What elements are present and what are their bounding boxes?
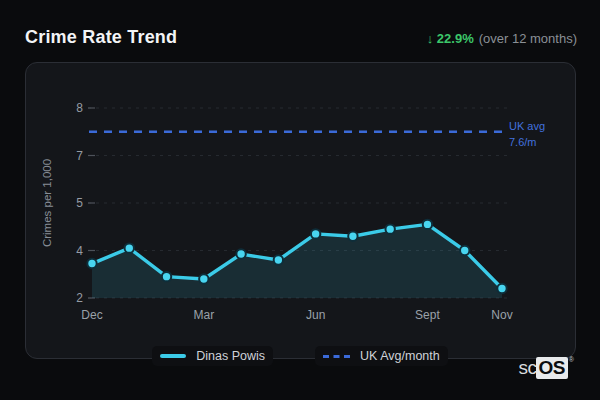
- y-tick-label: 7: [76, 149, 83, 163]
- data-point[interactable]: [199, 274, 208, 283]
- registered-mark-icon: ®: [569, 356, 574, 363]
- x-tick-label: Jun: [306, 308, 325, 322]
- scos-logo: scOS®: [518, 357, 574, 379]
- data-point[interactable]: [348, 232, 357, 241]
- uk-avg-value-label: 7.6/m: [509, 136, 537, 148]
- data-point[interactable]: [125, 243, 134, 252]
- page-title: Crime Rate Trend: [25, 27, 177, 48]
- legend-item-uk-avg[interactable]: UK Avg/month: [315, 346, 448, 366]
- data-point[interactable]: [385, 224, 394, 233]
- y-tick-label: 2: [76, 291, 83, 305]
- trend-delta-badge: ↓ 22.9% (over 12 months): [427, 31, 577, 46]
- data-point[interactable]: [311, 229, 320, 238]
- logo-prefix: sc: [518, 357, 536, 379]
- trend-chart[interactable]: 24578UK avg7.6/mDecMarJunSeptNovCrimes p…: [26, 63, 575, 358]
- legend-label: UK Avg/month: [360, 349, 440, 363]
- y-tick-label: 5: [76, 196, 83, 210]
- data-point[interactable]: [423, 220, 432, 229]
- x-tick-label: Mar: [193, 308, 214, 322]
- trend-delta-value: ↓ 22.9%: [427, 31, 474, 46]
- legend-item-dinas-powis[interactable]: Dinas Powis: [152, 346, 273, 366]
- x-tick-label: Nov: [491, 308, 512, 322]
- y-tick-label: 8: [76, 101, 83, 115]
- y-axis-title: Crimes per 1,000: [41, 159, 53, 247]
- trend-delta-period: (over 12 months): [479, 31, 577, 46]
- chart-legend: Dinas Powis UK Avg/month: [0, 346, 600, 366]
- y-tick-label: 4: [76, 244, 83, 258]
- crime-trend-card: 24578UK avg7.6/mDecMarJunSeptNovCrimes p…: [25, 62, 576, 359]
- data-point[interactable]: [87, 259, 96, 268]
- down-arrow-icon: ↓: [427, 31, 434, 46]
- data-point[interactable]: [497, 284, 506, 293]
- uk-avg-label: UK avg: [509, 120, 545, 132]
- legend-label: Dinas Powis: [196, 349, 265, 363]
- data-point[interactable]: [236, 249, 245, 258]
- x-tick-label: Sept: [415, 308, 440, 322]
- data-point[interactable]: [162, 272, 171, 281]
- data-point[interactable]: [274, 255, 283, 264]
- solid-line-swatch-icon: [160, 354, 186, 358]
- logo-box: OS: [536, 357, 567, 379]
- dashed-line-swatch-icon: [323, 355, 350, 358]
- data-point[interactable]: [460, 246, 469, 255]
- x-tick-label: Dec: [81, 308, 102, 322]
